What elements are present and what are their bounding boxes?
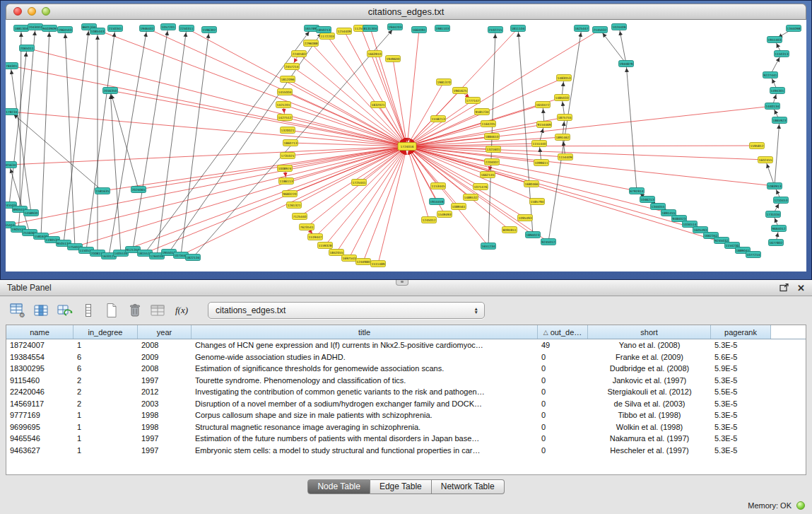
graph-node[interactable]: 1651234 [481,243,496,250]
import-table-icon[interactable] [148,301,168,320]
graph-node[interactable]: 7623541 [300,224,314,230]
delete-column-icon[interactable] [125,301,145,320]
graph-node[interactable]: 1944203 [388,24,403,30]
graph-node[interactable]: 8095951 [502,227,517,233]
graph-node[interactable]: 1440134 [765,103,780,110]
graph-node[interactable]: 2024065 [131,187,146,193]
graph-node[interactable]: 1008974 [278,165,293,172]
graph-node[interactable]: 1981370 [437,79,452,86]
column-header-year[interactable]: year [138,325,192,339]
graph-node[interactable]: 1697543 [342,255,357,262]
graph-node[interactable]: 1455004 [278,89,293,95]
graph-node[interactable]: 1186113 [279,178,294,185]
graph-node[interactable]: 9683220 [283,191,298,197]
table-row[interactable]: 1830029562008Estimation of significance … [6,363,806,375]
graph-node[interactable]: 1625447 [575,25,589,32]
close-panel-icon[interactable] [797,284,805,293]
graph-node[interactable]: 9664012 [772,226,787,232]
graph-node[interactable]: 1024409 [612,24,627,30]
graph-node[interactable]: 1254409 [337,28,352,35]
row-height-icon[interactable] [78,301,98,320]
graph-node[interactable]: 1320021 [281,127,295,134]
graph-node[interactable]: 1164205 [481,121,496,127]
graph-node[interactable]: 9245012 [541,239,556,245]
graph-node[interactable]: 1860713 [283,140,298,146]
graph-node[interactable]: 1812096 [281,76,295,83]
tab-node-table[interactable]: Node Table [307,479,370,494]
graph-hub-node[interactable]: 1724016 [398,143,416,151]
graph-node[interactable]: 9581234 [475,109,490,115]
graph-node[interactable]: 1321601 [486,146,501,153]
table-row[interactable]: 969969511998Structural magnetic resonanc… [6,421,806,433]
graph-node[interactable]: 1596302 [202,27,217,33]
graph-node[interactable]: 9227441 [763,72,778,78]
graph-node[interactable]: 1842055 [329,250,344,256]
graph-node[interactable]: 1784301 [6,63,18,69]
graph-node[interactable]: 1811104 [511,25,526,32]
graph-node[interactable]: 1602455 [758,157,773,163]
memory-status-indicator[interactable] [796,501,805,510]
graph-node[interactable]: 1891462 [555,134,570,141]
column-header-in_degree[interactable]: in_degree [73,325,138,339]
column-header-short[interactable]: short [588,325,711,339]
graph-node[interactable]: 1981103 [435,25,450,32]
graph-node[interactable]: 1089561 [452,204,466,210]
graph-node[interactable]: 1489532 [464,194,478,201]
graph-node[interactable]: 1153445 [431,183,446,189]
graph-node[interactable]: 1494301 [770,88,785,94]
column-header-title[interactable]: title [192,325,538,339]
graph-node[interactable]: 9154469 [537,122,552,128]
column-header-pagerank[interactable]: pagerank [711,325,771,339]
graph-node[interactable]: 1944879 [619,61,634,67]
graph-node[interactable]: 1046213 [640,197,655,203]
graph-node[interactable]: 1172203 [320,33,335,40]
graph-node[interactable]: 1344098 [787,25,801,32]
graph-node[interactable]: 2016350 [103,88,118,94]
graph-node[interactable]: 1946402 [140,25,155,32]
tab-edge-table[interactable]: Edge Table [370,479,432,494]
show-columns-icon[interactable] [32,301,52,320]
graph-node[interactable]: 1511489 [371,261,386,267]
close-button[interactable] [13,7,22,16]
graph-node[interactable]: 2296088 [304,40,319,47]
graph-node[interactable]: 9403909 [42,25,57,32]
column-header-name[interactable]: name [6,325,73,339]
graph-node[interactable]: 1178234 [6,109,18,115]
graph-node[interactable]: 2457214 [285,64,300,70]
graph-node[interactable]: 1245012 [422,217,437,223]
graph-node[interactable]: 2150341 [108,25,123,32]
graph-node[interactable]: 8131304 [363,25,378,32]
graph-node[interactable]: 2065011 [20,45,35,52]
table-row[interactable]: 977716911998Corpus callosum shape and si… [6,409,806,421]
graph-node[interactable]: 7125440 [293,214,307,220]
graph-node[interactable]: 1961625 [453,88,468,94]
graph-node[interactable]: 1914459 [430,199,445,205]
table-row[interactable]: 911546021997Tourette syndrome. Phenomeno… [6,375,806,387]
graph-node[interactable]: 1427512 [278,115,293,121]
graph-node[interactable]: 1850213 [317,27,331,33]
graph-node[interactable]: 1077214 [746,252,761,258]
graph-node[interactable]: 2043002 [28,24,43,30]
table-row[interactable]: 1456911722003Disruption of a novel membe… [6,398,806,410]
splitter-handle[interactable] [396,280,408,286]
graph-node[interactable]: 1905634 [6,162,17,168]
table-selector-combobox[interactable]: citations_edges.txt [208,302,485,319]
graph-node[interactable]: 6791914 [630,188,645,194]
graph-node[interactable]: 2145032 [593,27,608,33]
graph-node[interactable]: 1881304 [14,25,29,32]
graph-node[interactable]: 1210453 [774,197,789,204]
table-row[interactable]: 1938455462009Genome-wide association stu… [6,351,806,363]
graph-node[interactable]: 1865923 [772,117,787,124]
tab-network-table[interactable]: Network Table [432,479,505,494]
refresh-table-icon[interactable] [55,301,75,320]
table-row[interactable]: 946554611997Estimation of the future num… [6,433,806,445]
graph-node[interactable]: 1680466 [524,181,539,187]
graph-node[interactable]: 1731021 [281,153,295,159]
graph-node[interactable]: 1244980 [356,259,371,265]
graph-node[interactable]: 1150313 [775,51,789,57]
function-builder-icon[interactable]: f(x) [172,301,192,320]
graph-node[interactable]: 1581635 [95,188,110,194]
graph-node[interactable]: 1154409 [558,154,573,160]
graph-node[interactable]: 1159328 [318,243,333,249]
graph-node[interactable]: 1875755 [558,115,572,121]
